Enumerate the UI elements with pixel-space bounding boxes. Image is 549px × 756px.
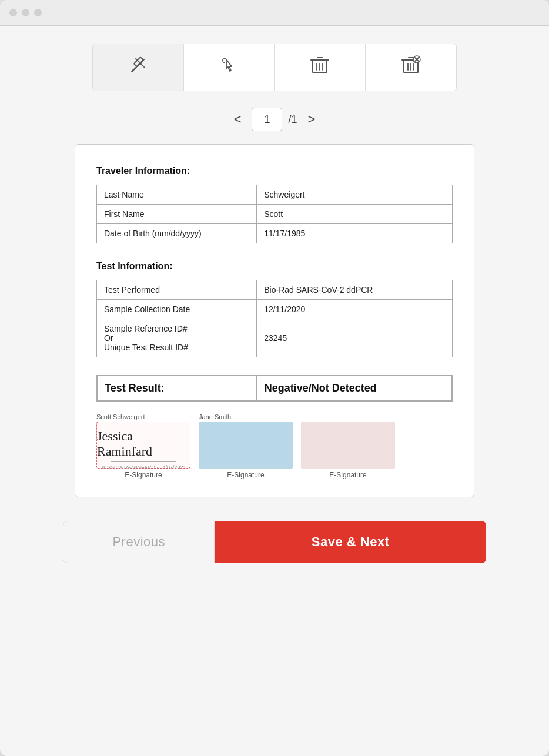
test-section-title: Test Information: bbox=[96, 261, 453, 272]
traveler-table: Last Name Schweigert First Name Scott Da… bbox=[96, 185, 453, 243]
table-row: Date of Birth (mm/dd/yyyy) 11/17/1985 bbox=[97, 224, 453, 243]
sig1-subtext: JESSICA RAMINFARD · 04/07/2021 bbox=[101, 464, 186, 470]
titlebar-dot-yellow bbox=[22, 9, 29, 16]
titlebar-dot-green bbox=[34, 9, 42, 16]
sig1-box: Jessica Raminfard JESSICA RAMINFARD · 04… bbox=[96, 422, 190, 469]
signature-2-col: Jane Smith E-Signature bbox=[199, 413, 293, 479]
pagination-total: /1 bbox=[288, 113, 297, 126]
titlebar bbox=[0, 0, 549, 26]
signature-1-col: Scott Schweigert Jessica Raminfard JESSI… bbox=[96, 413, 190, 479]
result-table: Test Result: Negative/Not Detected bbox=[96, 375, 453, 402]
test-table: Test Performed Bio-Rad SARS-CoV-2 ddPCR … bbox=[96, 280, 453, 357]
table-row: Sample Collection Date 12/11/2020 bbox=[97, 300, 453, 319]
sig1-name-above: Scott Schweigert bbox=[96, 413, 145, 420]
toolbar-delete[interactable] bbox=[275, 44, 366, 91]
test-performed-value: Bio-Rad SARS-CoV-2 ddPCR bbox=[257, 280, 453, 300]
main-window: < /1 > Traveler Information: Last Name S… bbox=[0, 0, 549, 756]
window-content: < /1 > Traveler Information: Last Name S… bbox=[0, 26, 549, 756]
signature-row: Scott Schweigert Jessica Raminfard JESSI… bbox=[96, 413, 453, 479]
test-performed-label: Test Performed bbox=[97, 280, 257, 300]
pagination-prev[interactable]: < bbox=[229, 109, 246, 129]
traveler-firstname-label: First Name bbox=[97, 205, 257, 224]
sig1-line bbox=[111, 461, 176, 462]
traveler-section-title: Traveler Information: bbox=[96, 166, 453, 176]
previous-button[interactable]: Previous bbox=[63, 521, 215, 563]
result-value: Negative/Not Detected bbox=[257, 376, 452, 401]
collection-date-value: 12/11/2020 bbox=[257, 300, 453, 319]
delete-cancel-icon bbox=[401, 55, 421, 80]
sig3-label: E-Signature bbox=[329, 471, 366, 479]
pagination: < /1 > bbox=[229, 108, 320, 131]
traveler-dob-value: 11/17/1985 bbox=[257, 224, 453, 243]
table-row: Sample Reference ID#OrUnique Test Result… bbox=[97, 319, 453, 357]
sig2-label: E-Signature bbox=[227, 471, 264, 479]
sig1-label: E-Signature bbox=[125, 471, 162, 479]
traveler-lastname-value: Schweigert bbox=[257, 185, 453, 205]
document-card: Traveler Information: Last Name Schweige… bbox=[75, 144, 474, 497]
toolbar-annotate[interactable] bbox=[93, 44, 184, 91]
collection-date-label: Sample Collection Date bbox=[97, 300, 257, 319]
traveler-dob-label: Date of Birth (mm/dd/yyyy) bbox=[97, 224, 257, 243]
pagination-current-input[interactable] bbox=[252, 108, 282, 131]
delete-icon bbox=[310, 55, 330, 80]
sig3-box bbox=[301, 422, 395, 469]
bottom-buttons: Previous Save & Next bbox=[63, 521, 486, 563]
table-row: Test Result: Negative/Not Detected bbox=[97, 376, 452, 401]
toolbar-delete-cancel[interactable] bbox=[366, 44, 456, 91]
annotate-icon bbox=[128, 55, 149, 80]
toolbar bbox=[92, 44, 457, 91]
traveler-lastname-label: Last Name bbox=[97, 185, 257, 205]
table-row: First Name Scott bbox=[97, 205, 453, 224]
sample-ref-label: Sample Reference ID#OrUnique Test Result… bbox=[97, 319, 257, 357]
signature-3-col: E-Signature bbox=[301, 413, 395, 479]
toolbar-interact[interactable] bbox=[184, 44, 275, 91]
sig3-name-above bbox=[301, 413, 303, 420]
table-row: Last Name Schweigert bbox=[97, 185, 453, 205]
table-row: Test Performed Bio-Rad SARS-CoV-2 ddPCR bbox=[97, 280, 453, 300]
svg-point-4 bbox=[132, 70, 133, 72]
sig2-box bbox=[199, 422, 293, 469]
titlebar-dot-red bbox=[9, 9, 17, 16]
sig1-cursive: Jessica Raminfard bbox=[97, 429, 190, 459]
interact-icon bbox=[219, 55, 240, 80]
save-next-button[interactable]: Save & Next bbox=[215, 521, 486, 563]
result-label: Test Result: bbox=[97, 376, 257, 401]
traveler-firstname-value: Scott bbox=[257, 205, 453, 224]
sample-ref-value: 23245 bbox=[257, 319, 453, 357]
pagination-next[interactable]: > bbox=[303, 109, 320, 129]
sig2-name-above: Jane Smith bbox=[199, 413, 231, 420]
